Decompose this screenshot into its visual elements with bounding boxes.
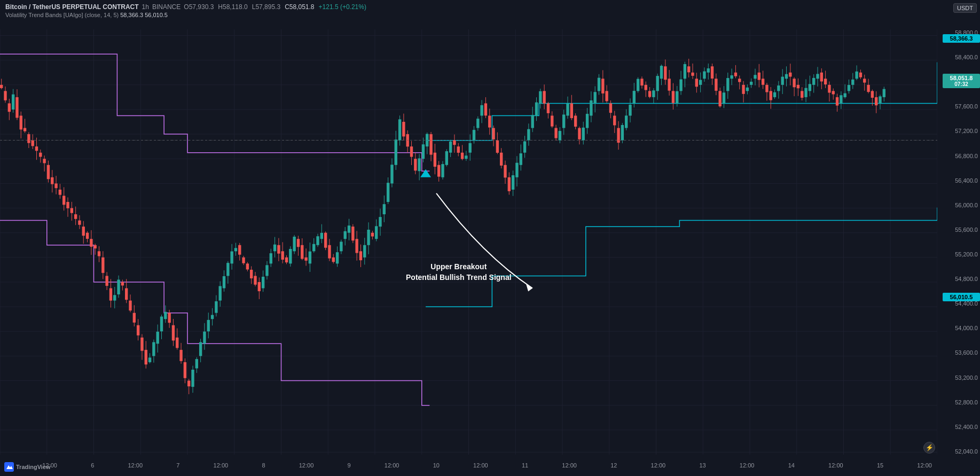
upper-band-price-badge: 58,366.3 xyxy=(943,34,980,43)
price-label: 57,600.0 xyxy=(939,103,978,110)
price-label: 55,200.0 xyxy=(939,251,978,257)
tradingview-text: TradingView xyxy=(16,464,51,470)
time-label: 12:00 xyxy=(651,462,666,469)
price-label: 52,040.0 xyxy=(939,448,978,455)
tradingview-logo: TradingView xyxy=(4,462,51,472)
time-label: 7 xyxy=(176,462,179,469)
price-label: 55,600.0 xyxy=(939,227,978,233)
price-label: 57,200.0 xyxy=(939,128,978,134)
time-label: 12:00 xyxy=(299,462,314,469)
time-label: 12:00 xyxy=(917,462,932,469)
ohlc-h: H58,118.0 xyxy=(218,3,247,11)
time-label: 10 xyxy=(433,462,440,469)
ohlc-c: C58,051.8 xyxy=(285,3,314,11)
price-label: 53,200.0 xyxy=(939,374,978,381)
chart-title: Bitcoin / TetherUS PERPETUAL CONTRACT xyxy=(5,3,139,11)
chart-ohlc: O57,930.3 H58,118.0 L57,895.3 C58,051.8 … xyxy=(184,3,366,11)
price-label: 56,800.0 xyxy=(939,153,978,159)
lightning-icon[interactable]: ⚡ xyxy=(923,442,935,454)
time-label: 12:00 xyxy=(473,462,488,469)
time-label: 8 xyxy=(262,462,265,469)
chart-exchange: BINANCE xyxy=(152,3,181,11)
time-label: 15 xyxy=(877,462,883,469)
time-label: 12:00 xyxy=(385,462,399,469)
price-label: 56,000.0 xyxy=(939,202,978,208)
time-axis: 512:00612:00712:00812:00912:001012:00111… xyxy=(0,455,937,476)
time-label: 12:00 xyxy=(562,462,577,469)
main-chart-canvas[interactable] xyxy=(0,29,937,455)
time-label: 14 xyxy=(788,462,795,469)
ohlc-l: L57,895.3 xyxy=(252,3,280,11)
chart-header: Bitcoin / TetherUS PERPETUAL CONTRACT 1h… xyxy=(0,0,980,19)
time-label: 12:00 xyxy=(128,462,143,469)
price-label: 54,400.0 xyxy=(939,300,978,307)
time-label: 12:00 xyxy=(214,462,229,469)
time-label: 13 xyxy=(699,462,705,469)
time-label: 12 xyxy=(610,462,617,469)
price-label: 54,000.0 xyxy=(939,325,978,331)
time-label: 6 xyxy=(91,462,94,469)
time-label: 9 xyxy=(348,462,351,469)
annotation-text: Upper Breakout Potential Bullish Trend S… xyxy=(406,262,512,283)
time-label: 11 xyxy=(522,462,528,469)
chart-timeframe: 1h xyxy=(142,3,149,11)
ohlc-change: +121.5 (+0.21%) xyxy=(319,3,366,11)
price-label: 52,800.0 xyxy=(939,399,978,405)
lower-band-price-badge: 56,010.5 xyxy=(943,293,980,301)
price-label: 54,800.0 xyxy=(939,276,978,282)
price-label: 53,600.0 xyxy=(939,349,978,356)
price-label: 52,400.0 xyxy=(939,424,978,430)
price-label: 58,400.0 xyxy=(939,54,978,60)
time-label: 12:00 xyxy=(740,462,755,469)
ohlc-o: O57,930.3 xyxy=(184,3,214,11)
chart-container: Bitcoin / TetherUS PERPETUAL CONTRACT 1h… xyxy=(0,0,980,476)
time-label: 12:00 xyxy=(828,462,843,469)
tradingview-icon xyxy=(4,462,14,472)
price-label: 56,400.0 xyxy=(939,177,978,184)
indicator-info: Volatility Trend Bands [UAIgo] (close, 1… xyxy=(5,12,975,18)
price-axis: 58,800.058,400.058,000.057,600.057,200.0… xyxy=(937,29,980,455)
current-price-badge: 58,051.8 07:32 xyxy=(943,74,980,88)
